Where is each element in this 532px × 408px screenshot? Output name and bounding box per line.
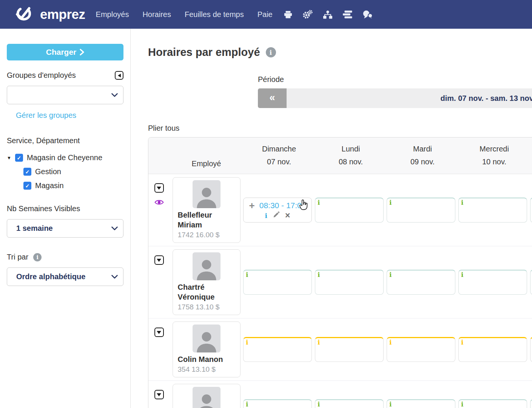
tree-caret-icon[interactable]: ▼: [7, 155, 11, 161]
employee-meta: 354 13.10 $: [173, 365, 240, 374]
info-icon[interactable]: i: [266, 47, 276, 57]
avatar: [193, 180, 221, 208]
collapse-row-button[interactable]: [154, 255, 164, 265]
tree-item-child: ✓ Gestion: [23, 167, 123, 176]
groups-label: Groupes d'employés: [7, 71, 76, 80]
add-shift-icon[interactable]: +: [249, 201, 255, 210]
checkbox-gestion[interactable]: ✓: [23, 168, 31, 176]
tree-item-label: Gestion: [35, 167, 61, 176]
schedule-cell-shift[interactable]: + 08:30 - 17:00 i ×: [243, 198, 312, 223]
nav-item-employes[interactable]: Employés: [96, 10, 129, 19]
cell-info-icon: i: [461, 199, 463, 206]
stream-icon[interactable]: [343, 11, 352, 19]
day-date: 07 nov.: [243, 155, 315, 168]
collapse-row-button[interactable]: [154, 328, 164, 337]
schedule-cell-empty[interactable]: i: [458, 399, 527, 408]
schedule-cell-empty[interactable]: i: [315, 198, 384, 223]
collapse-row-button[interactable]: [154, 390, 164, 399]
cell-info-icon: i: [389, 338, 392, 346]
tree-item-label: Magasin de Cheyenne: [27, 153, 102, 162]
cell-info-icon: i: [461, 338, 463, 346]
previous-period-button[interactable]: «: [258, 88, 287, 108]
schedule-cell-empty[interactable]: i: [458, 337, 527, 362]
schedule-cell-empty[interactable]: i: [530, 198, 532, 223]
chevron-right-icon: [80, 49, 83, 55]
collapse-row-button[interactable]: [154, 183, 164, 193]
day-column-header: Dimanche 07 nov.: [243, 142, 315, 168]
employee-card: Colin Manon 354 13.10 $: [173, 321, 241, 377]
weeks-select-value: 1 semaine: [16, 224, 53, 233]
checkbox-magasin-de-cheyenne[interactable]: ✓: [15, 154, 23, 162]
row-cells: i i i i i: [243, 399, 532, 408]
weeks-select[interactable]: 1 semaine: [7, 219, 123, 238]
cell-info-icon: i: [246, 400, 248, 408]
schedule-cell-empty[interactable]: i: [530, 337, 532, 362]
chevron-down-icon: [111, 93, 118, 97]
employee-card: Bellefleur Miriam 1742 16.00 $: [173, 177, 241, 243]
employee-card: Chartré Véronique 1758 13.10 $: [173, 249, 241, 315]
period-range-value: dim. 07 nov. - sam. 13 nov.: [287, 88, 532, 108]
schedule-cell-empty[interactable]: i: [387, 198, 455, 223]
table-row: Cook Claude 1736 13.10 $ i i i i i: [148, 381, 532, 408]
schedule-cell-empty[interactable]: i: [243, 270, 312, 295]
shift-delete-icon[interactable]: ×: [285, 212, 290, 219]
page-title: Horaires par employé: [148, 46, 260, 59]
schedule-cell-empty[interactable]: i: [315, 337, 384, 362]
employee-column-header: Employé: [170, 159, 243, 168]
nav-item-feuilles-de-temps[interactable]: Feuilles de temps: [185, 10, 244, 19]
schedule-cell-empty[interactable]: i: [530, 270, 532, 295]
cell-info-icon: i: [461, 271, 463, 278]
schedule-cell-empty[interactable]: i: [243, 337, 312, 362]
sidebar: Charger Groupes d'employés Gérer les gro…: [0, 29, 131, 408]
gears-icon[interactable]: [302, 10, 313, 19]
day-headers: Dimanche 07 nov. Lundi 08 nov. Mardi 09 …: [243, 142, 530, 168]
sitemap-icon[interactable]: [323, 10, 333, 19]
printer-icon[interactable]: [284, 11, 292, 19]
schedule-cell-empty[interactable]: i: [458, 270, 527, 295]
load-button-label: Charger: [46, 48, 77, 57]
schedule-cell-empty[interactable]: i: [387, 270, 455, 295]
schedule-cell-empty[interactable]: i: [315, 270, 384, 295]
groups-select[interactable]: [7, 86, 123, 104]
row-cells: i i i i i: [243, 270, 532, 295]
schedule-cell-empty[interactable]: i: [243, 399, 312, 408]
nav-icons: [284, 10, 373, 19]
nav-item-paie[interactable]: Paie: [258, 10, 273, 19]
weeks-visible-label: Nb Semaines Visibles: [7, 204, 123, 213]
table-row: Colin Manon 354 13.10 $ i i i i i: [148, 318, 532, 381]
cell-info-icon: i: [389, 271, 392, 278]
schedule-cell-empty[interactable]: i: [458, 198, 527, 223]
cell-info-icon: i: [461, 400, 463, 408]
schedule-cell-empty[interactable]: i: [387, 399, 455, 408]
cell-info-icon: i: [246, 271, 248, 278]
schedule-table: Employé Dimanche 07 nov. Lundi 08 nov. M…: [148, 137, 532, 408]
top-navbar: emprez Employés Horaires Feuilles de tem…: [0, 0, 532, 29]
collapse-all-toggle[interactable]: Plier tous: [148, 124, 179, 133]
shift-info-icon[interactable]: i: [265, 212, 267, 219]
employee-name: Chartré Véronique: [173, 282, 240, 302]
schedule-cell-empty[interactable]: i: [315, 399, 384, 408]
sort-select[interactable]: Ordre alphabétique: [7, 267, 123, 286]
period-label: Période: [258, 75, 532, 84]
mouse-hand-cursor: [298, 199, 308, 212]
nav-item-horaires[interactable]: Horaires: [142, 10, 171, 19]
cell-info-icon: i: [389, 400, 392, 408]
tree-item-child: ✓ Magasin: [23, 181, 123, 190]
employee-name: Colin Manon: [173, 354, 240, 364]
employee-meta: 1758 13.10 $: [173, 303, 240, 311]
comments-icon[interactable]: [362, 10, 373, 19]
manage-groups-link[interactable]: Gérer les groupes: [16, 111, 76, 120]
load-button[interactable]: Charger: [7, 44, 123, 60]
tree-item-parent: ▼ ✓ Magasin de Cheyenne: [7, 153, 123, 162]
checkbox-magasin[interactable]: ✓: [23, 182, 31, 190]
schedule-cell-empty[interactable]: i: [530, 399, 532, 408]
visibility-eye-icon[interactable]: [154, 199, 164, 207]
department-tree: ▼ ✓ Magasin de Cheyenne ✓ Gestion ✓ Maga…: [7, 153, 123, 190]
collapse-panel-icon[interactable]: [115, 71, 123, 80]
period-bar: « dim. 07 nov. - sam. 13 nov.: [258, 88, 532, 108]
info-icon[interactable]: i: [33, 253, 42, 261]
nav-links: Employés Horaires Feuilles de temps Paie: [96, 10, 273, 19]
brand-name: emprez: [40, 7, 85, 22]
shift-edit-pencil-icon[interactable]: [273, 212, 279, 219]
schedule-cell-empty[interactable]: i: [387, 337, 455, 362]
